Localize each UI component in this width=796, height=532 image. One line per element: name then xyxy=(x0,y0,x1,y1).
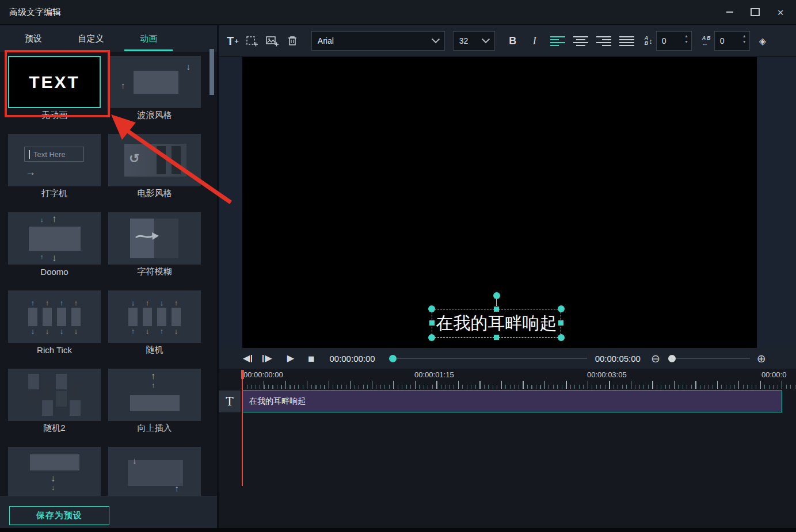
rotate-handle[interactable] xyxy=(493,292,500,299)
preset-card-random2[interactable]: 随机2 xyxy=(8,369,101,435)
step-forward-icon: ▶ xyxy=(265,354,272,363)
preset-card-drop-down[interactable]: ↓ ↓ xyxy=(8,447,101,496)
line-spacing-value: 0 xyxy=(662,36,666,45)
text-block-shape xyxy=(29,227,81,251)
font-size-select[interactable]: 32 xyxy=(453,31,495,51)
down-arrow-icon: ↓ xyxy=(60,327,64,335)
preset-label: 电影风格 xyxy=(108,186,201,200)
resize-handle-s[interactable] xyxy=(494,335,499,340)
progress-track[interactable] xyxy=(397,358,587,359)
down-arrow-icon: ↓ xyxy=(160,299,164,307)
italic-button[interactable]: I xyxy=(527,33,542,48)
text-selection-box[interactable]: 在我的耳畔响起 xyxy=(432,309,561,338)
add-image-button[interactable] xyxy=(265,35,279,47)
preview-text[interactable]: 在我的耳畔响起 xyxy=(432,309,561,337)
next-frame-button[interactable]: ▶ xyxy=(262,354,272,363)
align-justify-button[interactable] xyxy=(619,36,634,46)
add-textbox-button[interactable] xyxy=(246,35,258,47)
font-family-select[interactable]: Arial xyxy=(311,31,445,51)
down-arrow-icon: ↓ xyxy=(51,474,55,483)
resize-handle-nw[interactable] xyxy=(428,305,435,312)
resize-handle-n[interactable] xyxy=(494,307,499,312)
timeline-ruler[interactable] xyxy=(242,380,796,389)
play-icon: ▶ xyxy=(287,354,294,363)
zoom-slider-track[interactable] xyxy=(676,358,750,359)
line-spacing-icon: AB↕ xyxy=(645,36,653,46)
resize-handle-se[interactable] xyxy=(558,334,565,341)
stop-button[interactable]: ■ xyxy=(308,353,314,364)
text-clip[interactable]: 在我的耳畔响起 xyxy=(242,391,782,412)
resize-handle-w[interactable] xyxy=(429,320,435,326)
resize-handle-sw[interactable] xyxy=(428,334,435,341)
preset-grid: TEXT 无动画 ↑ ↓ 波浪风格 Text Here → xyxy=(0,52,210,496)
save-as-preset-button[interactable]: 保存为预设 xyxy=(9,506,109,525)
previous-frame-button[interactable]: ◀ xyxy=(243,354,252,363)
bars-shape: ↓↑ ↑↓ ↓↑ ↑↓ xyxy=(108,290,201,343)
keyframe-icon[interactable]: ◈ xyxy=(759,36,766,47)
tab-presets[interactable]: 预设 xyxy=(5,25,62,52)
tab-customize[interactable]: 自定义 xyxy=(62,25,120,52)
preset-label: 随机2 xyxy=(8,421,101,435)
preset-label: 字符模糊 xyxy=(108,265,201,278)
preset-label: 打字机 xyxy=(8,186,101,200)
film-bar-shape xyxy=(157,146,166,174)
letter-spacing-input[interactable]: 0 ▲▼ xyxy=(714,31,750,51)
preset-label: 波浪风格 xyxy=(108,108,201,122)
preset-card-cinema-style[interactable]: ↺ 电影风格 xyxy=(108,134,201,200)
bold-button[interactable]: B xyxy=(505,33,520,48)
preset-thumbnail: ↓ ↑ xyxy=(108,447,201,496)
up-arrow-icon: ↑ xyxy=(175,484,180,492)
tab-animation[interactable]: 动画 xyxy=(120,25,177,52)
preset-card-doomo[interactable]: ↓ ↑ ↑ ↓ Doomo xyxy=(8,212,101,278)
line-spacing-input[interactable]: 0 ▲▼ xyxy=(656,31,692,51)
highlight-rectangle xyxy=(5,50,110,117)
down-arrow-icon: ↓ xyxy=(146,327,150,335)
align-right-button[interactable] xyxy=(596,36,611,46)
progress-handle[interactable] xyxy=(389,355,397,362)
ruler-label: 00:00:03:05 xyxy=(587,370,627,379)
down-arrow-icon: ↓ xyxy=(31,327,35,335)
ruler-label: 00:00:01:15 xyxy=(414,370,454,379)
preset-label: Rich Tick xyxy=(8,343,101,357)
image-plus-icon xyxy=(265,35,279,47)
current-time: 00:00:00:00 xyxy=(329,354,375,363)
add-text-button[interactable]: T+ xyxy=(227,35,239,48)
close-button[interactable]: × xyxy=(774,6,787,18)
playhead-line[interactable] xyxy=(242,370,243,486)
font-family-value: Arial xyxy=(318,36,334,45)
align-left-button[interactable] xyxy=(550,36,565,46)
preset-thumbnail: ↓ ↑ ↑ ↓ xyxy=(8,212,101,265)
preset-card-typewriter[interactable]: Text Here → 打字机 xyxy=(8,134,101,200)
zoom-in-icon[interactable]: ⊕ xyxy=(757,353,766,364)
spinner-arrows[interactable]: ▲▼ xyxy=(742,34,747,44)
down-arrow-icon: ↓ xyxy=(186,62,191,71)
panel-scrollbar[interactable] xyxy=(210,49,214,95)
zoom-slider-handle[interactable] xyxy=(668,355,676,362)
playback-bar: ◀ ▶ ▶ ■ 00:00:00:00 00:00:05:00 ⊖ ⊕ xyxy=(219,348,796,369)
preset-card-insert-up[interactable]: ↑ ↑ 向上插入 xyxy=(108,369,201,435)
play-button[interactable]: ▶ xyxy=(287,354,294,363)
up-arrow-icon: ↑ xyxy=(74,299,78,307)
text-block-shape xyxy=(134,71,178,94)
spinner-arrows[interactable]: ▲▼ xyxy=(684,34,688,44)
preset-card-wave-style[interactable]: ↑ ↓ 波浪风格 xyxy=(108,56,201,122)
preset-card-character-blur[interactable]: 字符模糊 xyxy=(108,212,201,278)
minimize-button[interactable] xyxy=(723,6,736,18)
resize-handle-e[interactable] xyxy=(558,320,563,326)
preset-card-rich-tick[interactable]: ↑↓ ↑↓ ↑↓ ↑↓ Rich Tick xyxy=(8,290,101,357)
preset-card-random[interactable]: ↓↑ ↑↓ ↓↑ ↑↓ 随机 xyxy=(108,290,201,357)
zoom-out-icon[interactable]: ⊖ xyxy=(651,353,660,364)
maximize-icon xyxy=(751,8,760,16)
align-center-button[interactable] xyxy=(573,36,588,46)
up-arrow-icon: ↑ xyxy=(52,214,57,224)
preset-thumbnail: ↓ ↓ xyxy=(8,447,101,496)
preview-canvas[interactable]: 在我的耳畔响起 xyxy=(242,57,757,348)
up-arrow-icon: ↑ xyxy=(40,254,44,260)
delete-button[interactable] xyxy=(287,35,298,47)
up-arrow-icon: ↑ xyxy=(151,381,155,389)
resize-handle-ne[interactable] xyxy=(558,305,565,312)
preset-card-swap[interactable]: ↓ ↑ xyxy=(108,447,201,496)
advanced-text-edit-window: 高级文字编辑 × 预设 自定义 动画 TEXT 无动画 ↑ xyxy=(0,0,796,532)
up-arrow-icon: ↑ xyxy=(146,299,150,307)
maximize-button[interactable] xyxy=(749,6,761,18)
